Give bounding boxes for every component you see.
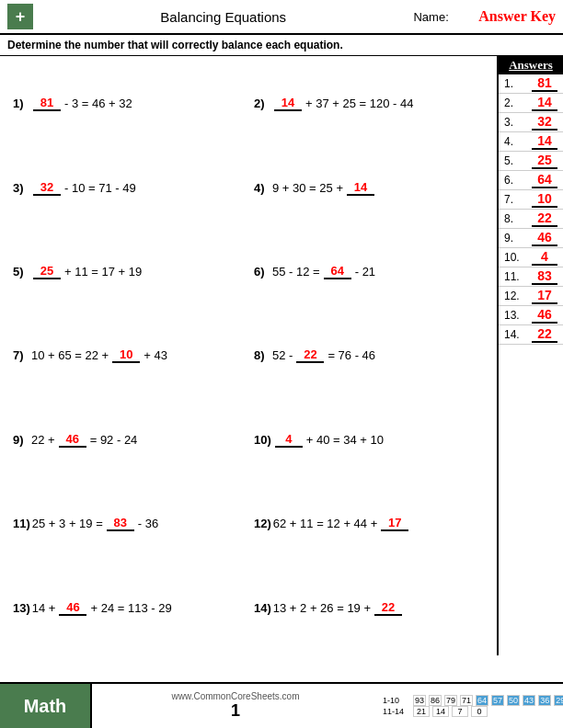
answer-row-9: 9. 46 — [499, 229, 563, 248]
problem-num: 5) — [13, 265, 29, 279]
problem-text: - 36 — [138, 517, 158, 530]
answer-blank-9: 46 — [59, 432, 86, 448]
answer-row-11: 11. 83 — [499, 267, 563, 287]
answer-row-12: 12. 17 — [499, 287, 563, 306]
answer-num: 4. — [504, 135, 513, 148]
stat-cell: 36 — [538, 695, 551, 706]
problem-num: 12) — [254, 517, 271, 530]
answer-num: 3. — [504, 116, 513, 129]
answer-value: 81 — [532, 75, 557, 92]
problem-text: 10 + 65 = 22 + — [31, 348, 109, 362]
answer-value: 22 — [532, 210, 557, 227]
answer-row-3: 3. 32 — [499, 113, 563, 132]
answers-list: 1. 812. 143. 324. 145. 256. 647. 108. 22… — [499, 74, 563, 345]
answer-blank-8: 22 — [296, 347, 324, 363]
stat-row-2: 11-14 21 14 7 0 — [383, 706, 559, 717]
answer-value: 25 — [532, 153, 557, 169]
problem-2: 2) 14 + 37 + 25 = 120 - 44 — [248, 62, 489, 145]
stat-cell: 21 — [413, 706, 430, 717]
answer-blank-10: 4 — [275, 432, 303, 448]
stat-row-1: 1-10 93 86 79 71 64 57 50 43 36 29 — [383, 695, 559, 706]
answer-value: 14 — [532, 133, 557, 150]
problem-text: + 40 = 34 + 10 — [306, 433, 384, 447]
problem-text: = 92 - 24 — [90, 433, 138, 447]
problem-1: 1) 81 - 3 = 46 + 32 — [7, 62, 248, 145]
answer-blank-7: 10 — [112, 347, 140, 363]
answer-value: 46 — [532, 230, 557, 246]
footer: Math www.CommonCoreSheets.com 1 1-10 93 … — [0, 682, 563, 728]
stat-label: 1-10 — [383, 696, 410, 705]
stat-cell: 79 — [444, 695, 457, 706]
answer-row-2: 2. 14 — [499, 94, 563, 113]
problem-num: 7) — [13, 348, 29, 362]
problem-7: 7) 10 + 65 = 22 + 10 + 43 — [7, 313, 248, 397]
problem-num: 14) — [254, 601, 271, 615]
problem-14: 14) 13 + 2 + 26 = 19 + 22 — [248, 566, 489, 650]
problem-6: 6) 55 - 12 = 64 - 21 — [248, 230, 489, 313]
problem-num: 1) — [13, 97, 29, 110]
answer-row-4: 4. 14 — [499, 132, 563, 152]
problem-11: 11) 25 + 3 + 19 = 83 - 36 — [7, 482, 248, 565]
footer-stats: 1-10 93 86 79 71 64 57 50 43 36 29 11-14… — [379, 684, 563, 728]
answer-blank-2: 14 — [274, 96, 302, 111]
problem-text: - 3 = 46 + 32 — [64, 97, 132, 110]
answer-num: 12. — [504, 290, 520, 302]
problem-num: 11) — [13, 517, 30, 530]
problem-num: 13) — [13, 601, 30, 615]
page-header: + Balancing Equations Name: Answer Key — [0, 0, 563, 35]
answer-blank-3: 32 — [33, 180, 61, 196]
problem-num: 9) — [13, 433, 29, 447]
answer-value: 46 — [532, 307, 557, 324]
stat-cell: 7 — [452, 706, 468, 717]
problem-text: = 76 - 46 — [327, 348, 375, 362]
problem-10: 10) 4 + 40 = 34 + 10 — [248, 398, 489, 482]
answer-value: 64 — [532, 172, 557, 188]
problem-text: 9 + 30 = 25 + — [272, 181, 343, 195]
problem-12: 12) 62 + 11 = 12 + 44 + 17 — [248, 482, 489, 565]
stat-cell: 93 — [413, 695, 426, 706]
stat-cell: 64 — [476, 695, 488, 706]
footer-website: www.CommonCoreSheets.com — [172, 691, 300, 701]
problem-text: - 21 — [355, 265, 375, 279]
answer-blank-4: 14 — [347, 180, 374, 196]
answer-num: 14. — [504, 328, 520, 341]
problem-8: 8) 52 - 22 = 76 - 46 — [248, 313, 489, 397]
answer-blank-1: 81 — [33, 96, 61, 111]
answer-num: 2. — [504, 97, 513, 109]
problem-4: 4) 9 + 30 = 25 + 14 — [248, 145, 489, 229]
problem-text: + 37 + 25 = 120 - 44 — [305, 97, 413, 110]
answer-row-7: 7. 10 — [499, 190, 563, 210]
stat-cell: 29 — [554, 695, 563, 706]
problem-text: 25 + 3 + 19 = — [32, 517, 103, 530]
stat-cell: 57 — [491, 695, 504, 706]
problem-text: - 10 = 71 - 49 — [64, 181, 136, 195]
answer-row-14: 14. 22 — [499, 325, 563, 345]
answer-row-6: 6. 64 — [499, 171, 563, 190]
problem-text: 52 - — [272, 348, 293, 362]
problem-num: 8) — [254, 348, 270, 362]
problem-num: 3) — [13, 181, 29, 195]
answer-blank-12: 17 — [381, 516, 408, 531]
answer-value: 17 — [532, 288, 557, 304]
problems-area: 1) 81 - 3 = 46 + 32 2) 14 + 37 + 25 = 12… — [0, 56, 497, 655]
problem-text: + 11 = 17 + 19 — [64, 265, 142, 279]
problem-9: 9) 22 + 46 = 92 - 24 — [7, 398, 248, 482]
problem-num: 10) — [254, 433, 271, 447]
answer-num: 7. — [504, 193, 513, 206]
answer-value: 32 — [532, 114, 557, 131]
answer-value: 10 — [532, 191, 557, 208]
answer-blank-5: 25 — [33, 264, 61, 279]
problem-text: + 24 = 113 - 29 — [90, 601, 171, 615]
answer-num: 5. — [504, 154, 513, 167]
problem-5: 5) 25 + 11 = 17 + 19 — [7, 230, 248, 313]
answer-blank-6: 64 — [324, 264, 351, 279]
problem-text: 22 + — [31, 433, 55, 447]
answer-value: 4 — [532, 249, 557, 266]
page-title: Balancing Equations — [33, 9, 413, 25]
footer-center: www.CommonCoreSheets.com 1 — [92, 684, 379, 728]
footer-math-label: Math — [0, 684, 92, 728]
main-layout: 1) 81 - 3 = 46 + 32 2) 14 + 37 + 25 = 12… — [0, 56, 563, 655]
problem-text: 14 + — [32, 601, 56, 615]
problem-text: 62 + 11 = 12 + 44 + — [273, 517, 378, 530]
answer-num: 11. — [504, 270, 520, 283]
